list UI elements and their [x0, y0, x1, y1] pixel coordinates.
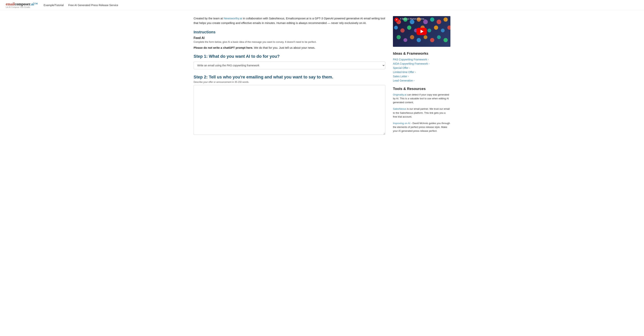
sidebar: ✕ 4 Steps to Market Domina... ⋮ Ideas & …	[393, 16, 450, 136]
video-overlay: ✕ 4 Steps to Market Domina... ⋮	[393, 16, 450, 47]
step2-sub: Describe your offer or announcement in 3…	[194, 81, 385, 83]
youtube-logo: ✕	[394, 18, 399, 22]
svg-point-19	[410, 35, 414, 39]
main-column: Created by the team at Newsworthy.ai in …	[194, 16, 385, 136]
step2-textarea[interactable]	[194, 85, 385, 135]
svg-point-24	[444, 38, 448, 42]
tools-heading: Tools & Resources	[393, 87, 450, 91]
bold-note: Please do not write a chatGPT prompt her…	[194, 46, 385, 49]
svg-point-22	[430, 38, 434, 42]
nav-links: Example/Tutorial Free AI Generated Press…	[44, 4, 118, 7]
originality-paragraph: Originality.ai can detect if your copy w…	[393, 93, 450, 104]
svg-point-10	[407, 26, 411, 30]
salesnexus-paragraph: SalesNexus is our email partner. We trus…	[393, 107, 450, 119]
navigation: emailcomposer.ai™ Let AI Compose Your Em…	[0, 0, 644, 10]
list-item: PAS Copywriting Framework ›	[393, 58, 450, 61]
svg-point-15	[441, 29, 445, 33]
sales-letter-link[interactable]: Sales Letter ›	[393, 75, 450, 78]
logo-email: email	[6, 2, 15, 6]
list-item: AIDA Copywriting Framework ›	[393, 62, 450, 65]
list-item: Lead Generation ›	[393, 79, 450, 82]
chevron-right-icon: ›	[415, 71, 416, 74]
svg-point-6	[436, 20, 441, 24]
video-menu-dots[interactable]: ⋮	[445, 18, 448, 22]
lead-gen-link[interactable]: Lead Generation ›	[393, 79, 450, 82]
list-item: Limited-time Offer ›	[393, 71, 450, 74]
svg-point-16	[447, 26, 450, 30]
newsworthy-link[interactable]: Newsworthy.ai	[224, 17, 242, 20]
pas-link[interactable]: PAS Copywriting Framework ›	[393, 58, 450, 61]
logo: emailcomposer.ai™ Let AI Compose Your Em…	[6, 2, 38, 8]
nav-example-tutorial[interactable]: Example/Tutorial	[44, 4, 64, 7]
svg-point-14	[434, 26, 438, 30]
framework-links-list: PAS Copywriting Framework › AIDA Copywri…	[393, 58, 450, 82]
svg-point-21	[424, 35, 428, 39]
svg-point-8	[394, 26, 398, 30]
aida-link[interactable]: AIDA Copywriting Framework ›	[393, 62, 450, 65]
step2-heading: Step 2: Tell us who you're emailing and …	[194, 75, 385, 80]
page-wrap: Created by the team at Newsworthy.ai in …	[188, 10, 456, 141]
feed-ai-heading: Feed AI	[194, 36, 385, 40]
svg-point-4	[423, 20, 428, 24]
intro-prefix: Created by the team at	[194, 17, 224, 20]
chevron-right-icon: ›	[429, 62, 430, 65]
svg-point-20	[417, 38, 421, 42]
salesnexus-link[interactable]: SalesNexus	[393, 107, 406, 110]
svg-point-5	[430, 18, 434, 22]
nav-press-release[interactable]: Free AI Generated Press Release Service	[68, 4, 118, 7]
framework-select[interactable]: Write an email using the PAS copywriting…	[194, 62, 385, 69]
svg-point-9	[400, 28, 404, 33]
bold-note-strong: Please do not write a chatGPT prompt her…	[194, 46, 253, 49]
yt-icon: ✕	[394, 18, 399, 22]
svg-point-23	[437, 35, 441, 39]
svg-point-13	[428, 29, 431, 33]
originality-link[interactable]: Originality.ai	[393, 93, 406, 96]
logo-ai: .ai™	[30, 2, 38, 6]
improving-paragraph: Improving on AI - David McInnis guides y…	[393, 121, 450, 133]
limited-time-link[interactable]: Limited-time Offer ›	[393, 71, 450, 74]
improving-link[interactable]: Improving on AI	[393, 122, 410, 125]
svg-point-18	[404, 38, 407, 42]
chevron-right-icon: ›	[408, 75, 409, 78]
svg-point-2	[410, 20, 414, 24]
play-button[interactable]	[416, 28, 427, 35]
list-item: Special Offer ›	[393, 66, 450, 69]
logo-composer: composer	[15, 2, 30, 6]
video-thumbnail[interactable]: ✕ 4 Steps to Market Domina... ⋮	[393, 16, 450, 47]
bold-note-rest: We do that for you. Just tell us about y…	[253, 46, 315, 49]
chevron-right-icon: ›	[414, 79, 414, 82]
video-title: 4 Steps to Market Domina...	[400, 18, 426, 20]
chevron-right-icon: ›	[409, 67, 410, 69]
chevron-right-icon: ›	[428, 58, 428, 61]
special-offer-link[interactable]: Special Offer ›	[393, 66, 450, 69]
list-item: Sales Letter ›	[393, 75, 450, 78]
step1-heading: Step 1: What do you want AI to do for yo…	[194, 54, 385, 59]
svg-point-17	[396, 35, 401, 39]
ideas-heading: Ideas & Frameworks	[393, 51, 450, 56]
intro-paragraph: Created by the team at Newsworthy.ai in …	[194, 16, 385, 25]
play-triangle-icon	[420, 30, 424, 33]
instructions-heading: Instructions	[194, 30, 385, 34]
logo-subtitle: Let AI Compose Your Emails	[6, 6, 38, 8]
feed-ai-sub: Complete the form below, give AI a basic…	[194, 41, 385, 43]
